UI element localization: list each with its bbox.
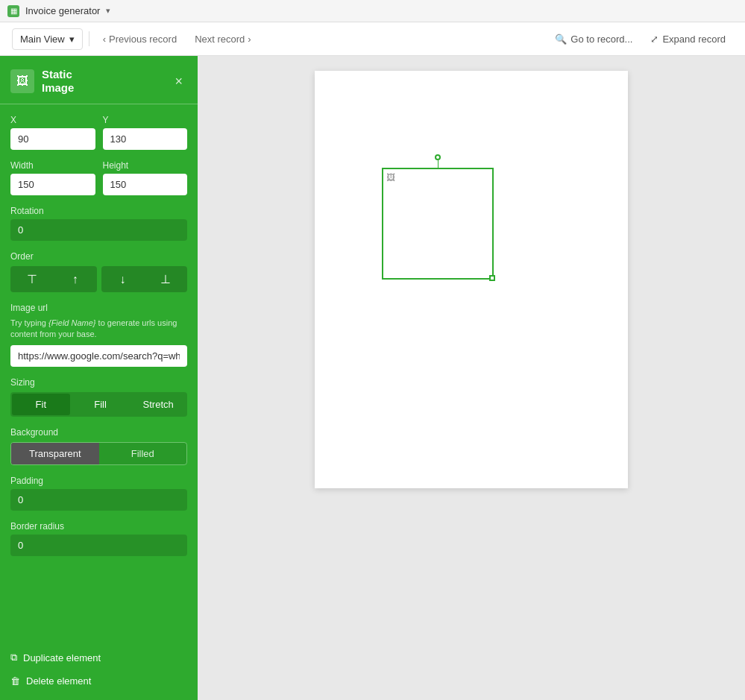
sidebar-actions: ⧉ Duplicate element 🗑 Delete element (0, 638, 198, 700)
expand-record-label: Expand record (662, 34, 726, 45)
width-input[interactable] (10, 174, 95, 195)
sizing-buttons: Fit Fill Stretch (10, 392, 187, 417)
canvas-area[interactable]: 🖼 (198, 56, 745, 700)
app-title: Invoice generator (25, 5, 100, 16)
rotation-input[interactable] (10, 219, 187, 241)
toolbar-right: 🔍 Go to record... ⤢ Expand record (547, 29, 733, 49)
y-field-group: Y (103, 115, 188, 150)
height-label: Height (103, 160, 188, 171)
app-layout: Main View ▾ ‹ Previous record Next recor… (0, 22, 745, 700)
image-url-section: Image url Try typing {Field Name} to gen… (10, 303, 187, 367)
sidebar-header: 🖼 Static Image × (0, 56, 198, 104)
prev-chevron-icon: ‹ (103, 34, 106, 45)
goto-record-label: Go to record... (570, 34, 632, 45)
delete-label: Delete element (26, 675, 91, 687)
previous-record-label: Previous record (109, 34, 177, 45)
bring-front-icon: ⊤ (27, 272, 37, 286)
bg-transparent-button[interactable]: Transparent (11, 443, 99, 464)
canvas-element-inner: 🖼 (383, 169, 492, 278)
canvas-image-element[interactable]: 🖼 (382, 168, 494, 280)
bring-to-front-button[interactable]: ⊤ (10, 266, 54, 292)
sidebar-header-left: 🖼 Static Image (10, 68, 74, 95)
send-back-icon: ⊥ (160, 272, 171, 286)
xy-row: X Y (10, 115, 187, 150)
broken-image-indicator: 🖼 (383, 169, 398, 186)
x-input[interactable] (10, 128, 95, 150)
sizing-fit-button[interactable]: Fit (12, 394, 70, 415)
resize-handle[interactable] (489, 275, 495, 281)
main-view-label: Main View (20, 34, 65, 45)
app-icon: ▦ (7, 5, 19, 17)
sidebar-title: Static Image (42, 68, 74, 95)
trash-icon: 🗑 (10, 675, 20, 687)
element-type-icon: 🖼 (10, 69, 34, 93)
border-radius-label: Border radius (10, 521, 187, 532)
order-btn-group-1: ⊤ ↑ (10, 266, 97, 292)
sizing-stretch-button[interactable]: Stretch (129, 392, 187, 417)
bring-forward-button[interactable]: ↑ (54, 266, 97, 292)
image-url-label: Image url (10, 303, 187, 313)
field-name-hint: {Field Name} (48, 318, 96, 327)
y-input[interactable] (103, 128, 188, 150)
send-backward-button[interactable]: ↓ (101, 266, 145, 292)
view-chevron-icon: ▾ (69, 34, 75, 45)
wh-row: Width Height (10, 160, 187, 195)
toolbar-separator-1 (89, 31, 89, 46)
expand-icon: ⤢ (650, 34, 658, 45)
expand-record-button[interactable]: ⤢ Expand record (643, 29, 733, 49)
next-record-button[interactable]: Next record › (187, 29, 259, 49)
sidebar-body: X Y Width Height (0, 104, 198, 567)
height-field-group: Height (103, 160, 188, 195)
rotation-handle-circle (435, 154, 441, 160)
next-record-label: Next record (195, 34, 245, 45)
image-url-hint: Try typing {Field Name} to generate urls… (10, 318, 187, 341)
rotation-label: Rotation (10, 206, 187, 216)
y-label: Y (103, 115, 188, 125)
next-chevron-icon: › (248, 34, 251, 45)
width-field-group: Width (10, 160, 95, 195)
goto-record-button[interactable]: 🔍 Go to record... (547, 29, 640, 49)
bring-forward-icon: ↑ (72, 273, 78, 286)
rotation-field-group: Rotation (10, 206, 187, 241)
x-field-group: X (10, 115, 95, 150)
sizing-label: Sizing (10, 377, 187, 388)
order-section: Order ⊤ ↑ ↓ (10, 251, 187, 292)
title-bar: ▦ Invoice generator ▾ (0, 0, 745, 22)
app-menu-chevron[interactable]: ▾ (106, 6, 110, 16)
order-label: Order (10, 251, 187, 262)
content-area: 🖼 Static Image × X Y (0, 56, 745, 700)
x-label: X (10, 115, 95, 125)
padding-label: Padding (10, 476, 187, 486)
padding-input[interactable] (10, 489, 187, 511)
search-icon: 🔍 (555, 34, 567, 45)
previous-record-button[interactable]: ‹ Previous record (95, 29, 184, 49)
sidebar: 🖼 Static Image × X Y (0, 56, 198, 700)
bg-filled-button[interactable]: Filled (99, 443, 187, 464)
send-backward-icon: ↓ (119, 273, 125, 286)
rotation-handle-line (438, 160, 438, 169)
duplicate-icon: ⧉ (10, 652, 17, 663)
delete-element-button[interactable]: 🗑 Delete element (10, 672, 187, 690)
toolbar: Main View ▾ ‹ Previous record Next recor… (0, 22, 745, 56)
main-view-button[interactable]: Main View ▾ (12, 28, 83, 50)
image-url-input[interactable] (10, 345, 187, 367)
padding-field-group: Padding (10, 476, 187, 511)
background-section: Background Transparent Filled (10, 427, 187, 465)
height-input[interactable] (103, 174, 188, 195)
send-to-back-button[interactable]: ⊥ (144, 266, 187, 292)
order-btn-group-2: ↓ ⊥ (101, 266, 188, 292)
canvas-page: 🖼 (315, 71, 628, 488)
duplicate-element-button[interactable]: ⧉ Duplicate element (10, 649, 187, 666)
sidebar-close-button[interactable]: × (170, 72, 187, 91)
rotation-handle[interactable] (435, 154, 441, 169)
width-label: Width (10, 160, 95, 171)
border-radius-field-group: Border radius (10, 521, 187, 556)
border-radius-input[interactable] (10, 535, 187, 556)
sizing-fill-button[interactable]: Fill (72, 392, 130, 417)
duplicate-label: Duplicate element (23, 652, 101, 663)
sizing-section: Sizing Fit Fill Stretch (10, 377, 187, 417)
background-label: Background (10, 427, 187, 438)
order-buttons: ⊤ ↑ ↓ ⊥ (10, 266, 187, 292)
background-buttons: Transparent Filled (10, 442, 187, 465)
